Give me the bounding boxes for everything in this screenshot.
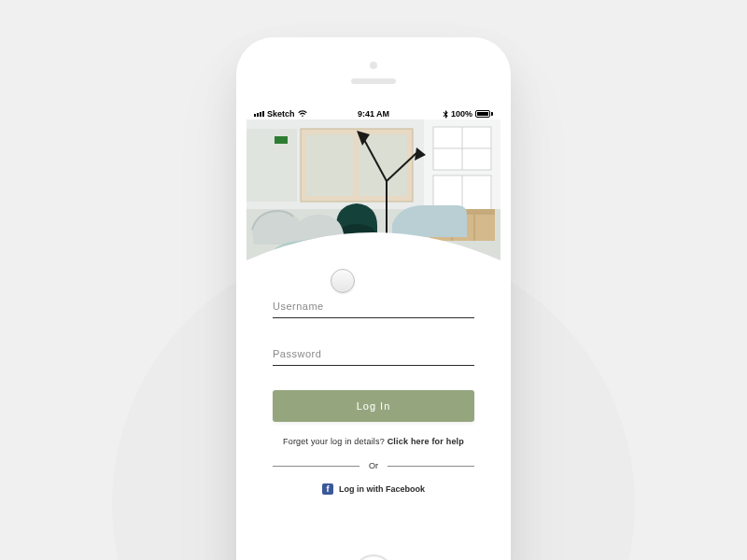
forgot-prefix: Forget your log in details? bbox=[283, 437, 388, 446]
battery-percent: 100% bbox=[451, 109, 472, 119]
svg-rect-11 bbox=[275, 136, 288, 144]
forgot-details-text: Forget your log in details? Click here f… bbox=[273, 437, 474, 446]
status-right: 100% bbox=[443, 109, 493, 119]
username-field-wrapper bbox=[273, 295, 474, 318]
password-field-wrapper bbox=[273, 343, 474, 366]
svg-rect-10 bbox=[247, 129, 297, 202]
carrier-label: Sketch bbox=[267, 109, 295, 119]
phone-camera-dot bbox=[370, 62, 377, 69]
login-button[interactable]: Log In bbox=[273, 390, 474, 422]
divider-line-right bbox=[388, 466, 474, 467]
facebook-icon: f bbox=[322, 483, 333, 495]
status-bar: Sketch 9:41 AM 100% bbox=[247, 103, 500, 119]
or-label: Or bbox=[369, 461, 378, 470]
forgot-help-link[interactable]: Click here for help bbox=[388, 437, 464, 446]
wifi-icon bbox=[298, 110, 307, 118]
or-divider: Or bbox=[273, 461, 474, 470]
facebook-login-button[interactable]: f Log in with Facebook bbox=[273, 483, 474, 495]
phone-frame: Sketch 9:41 AM 100% bbox=[236, 37, 511, 560]
svg-rect-8 bbox=[306, 134, 353, 196]
login-form: Log In Forget your log in details? Click… bbox=[247, 278, 500, 495]
hero-curve bbox=[247, 223, 500, 278]
phone-speaker bbox=[351, 78, 396, 84]
home-button[interactable] bbox=[353, 554, 394, 560]
status-left: Sketch bbox=[254, 109, 307, 119]
bluetooth-icon bbox=[443, 110, 448, 119]
phone-screen: Sketch 9:41 AM 100% bbox=[247, 103, 500, 551]
signal-icon bbox=[254, 111, 264, 117]
status-time: 9:41 AM bbox=[358, 109, 389, 119]
hero-image bbox=[247, 119, 500, 278]
password-input[interactable] bbox=[273, 343, 474, 366]
divider-line-left bbox=[273, 466, 359, 467]
facebook-login-label: Log in with Facebook bbox=[339, 484, 425, 494]
username-input[interactable] bbox=[273, 295, 474, 318]
battery-icon bbox=[475, 110, 493, 118]
